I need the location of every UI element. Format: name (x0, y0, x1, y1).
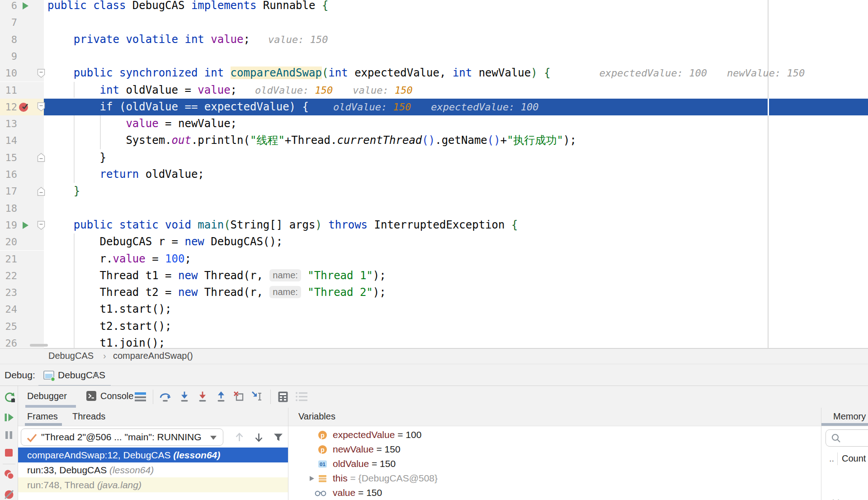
code-line-9[interactable]: 9 (0, 48, 868, 65)
thread-selector-dropdown[interactable]: "Thread 2"@506 ... "main": RUNNING (21, 429, 223, 446)
tab-threads[interactable]: Threads (72, 411, 105, 422)
memory-column-class[interactable]: .. (829, 453, 834, 464)
tab-console[interactable]: Console (100, 391, 133, 401)
breakpoint-icon[interactable] (18, 101, 30, 113)
frame-row[interactable]: compareAndSwap:12, DebugCAS (lesson64) (18, 448, 288, 462)
line-number[interactable]: 23 (0, 284, 17, 301)
code-text[interactable]: return oldValue; (47, 166, 204, 183)
code-text[interactable]: public synchronized int compareAndSwap(i… (47, 65, 805, 81)
line-number[interactable]: 19 (0, 217, 17, 233)
code-text[interactable]: Thread t1 = new Thread(r, name: "Thread … (47, 267, 386, 284)
code-text[interactable]: if (oldValue == expectedValue) {oldValue… (47, 99, 539, 115)
code-text[interactable]: System.out.println("线程"+Thread.currentTh… (47, 132, 576, 149)
code-text[interactable]: Thread t2 = new Thread(r, name: "Thread … (47, 284, 386, 301)
line-number[interactable]: 8 (0, 31, 17, 48)
tab-frames[interactable]: Frames (27, 411, 58, 422)
memory-search-input[interactable] (826, 429, 868, 447)
trace-stream-icon[interactable] (295, 390, 309, 403)
debug-session-tab[interactable]: DebugCAS (38, 364, 99, 386)
line-number[interactable]: 10 (0, 65, 17, 81)
line-number[interactable]: 12 (0, 99, 17, 115)
code-line-19[interactable]: 19 public static void main(String[] args… (0, 217, 868, 233)
previous-frame-icon[interactable] (234, 432, 245, 443)
variable-row[interactable]: this = {DebugCAS@508} (288, 471, 821, 486)
drop-frame-icon[interactable] (233, 390, 245, 403)
step-into-icon[interactable] (178, 390, 191, 403)
breadcrumb-class[interactable]: DebugCAS (48, 351, 94, 361)
fold-marker-icon[interactable] (37, 220, 45, 230)
code-line-16[interactable]: 16 return oldValue; (0, 166, 868, 183)
line-number[interactable]: 24 (0, 301, 17, 318)
code-text[interactable]: public class DebugCAS implements Runnabl… (47, 0, 328, 14)
code-line-26[interactable]: 26 t1.join(); (0, 335, 868, 348)
resume-program-icon[interactable] (4, 412, 14, 423)
code-text[interactable]: t1.start(); (47, 301, 172, 318)
code-line-10[interactable]: 10 public synchronized int compareAndSwa… (0, 65, 868, 81)
variable-row[interactable]: 01oldValue = 150 (288, 457, 821, 471)
line-number[interactable]: 20 (0, 233, 17, 250)
variable-row[interactable]: pexpectedValue = 100 (288, 428, 821, 442)
code-line-7[interactable]: 7 (0, 14, 868, 31)
close-icon[interactable]: × (93, 368, 99, 381)
frame-row[interactable]: run:748, Thread (java.lang) (18, 477, 288, 492)
fold-end-marker-icon[interactable] (37, 186, 45, 196)
rerun-debug-icon[interactable] (4, 391, 16, 403)
code-line-12[interactable]: 12 if (oldValue == expectedValue) {oldVa… (0, 99, 868, 115)
fold-marker-icon[interactable] (37, 68, 45, 78)
code-line-14[interactable]: 14 System.out.println("线程"+Thread.curren… (0, 132, 868, 149)
code-line-21[interactable]: 21 r.value = 100; (0, 251, 868, 267)
frames-variables-divider[interactable] (288, 408, 288, 500)
code-text[interactable]: r.value = 100; (47, 251, 191, 267)
line-number[interactable]: 14 (0, 132, 17, 149)
breadcrumb-method[interactable]: compareAndSwap() (113, 351, 193, 361)
frame-row[interactable]: run:33, DebugCAS (lesson64) (18, 462, 288, 477)
code-line-13[interactable]: 13 value = newValue; (0, 115, 868, 132)
code-text[interactable]: t2.start(); (47, 318, 172, 335)
code-line-18[interactable]: 18 (0, 200, 868, 217)
code-text[interactable]: } (47, 149, 106, 166)
code-line-6[interactable]: 6public class DebugCAS implements Runnab… (0, 0, 868, 14)
code-line-8[interactable]: 8 private volatile int value;value: 150 (0, 31, 868, 48)
code-text[interactable]: public static void main(String[] args) t… (47, 217, 518, 233)
step-over-icon[interactable] (159, 390, 172, 403)
step-out-icon[interactable] (215, 390, 227, 403)
view-breakpoints-icon[interactable] (4, 469, 15, 481)
code-text[interactable]: private volatile int value;value: 150 (47, 31, 328, 48)
line-number[interactable]: 17 (0, 183, 17, 200)
line-number[interactable]: 13 (0, 115, 17, 132)
line-number[interactable]: 18 (0, 200, 17, 217)
line-number[interactable]: 6 (0, 0, 17, 14)
fold-end-marker-icon[interactable] (37, 153, 45, 162)
line-number[interactable]: 26 (0, 335, 17, 348)
memory-header[interactable]: Memory (833, 411, 866, 422)
code-line-24[interactable]: 24 t1.start(); (0, 301, 868, 318)
variables-memory-divider[interactable] (821, 408, 821, 500)
code-editor[interactable]: 6public class DebugCAS implements Runnab… (0, 0, 868, 348)
code-line-20[interactable]: 20 DebugCAS r = new DebugCAS(); (0, 233, 868, 250)
variable-row[interactable]: pnewValue = 150 (288, 442, 821, 457)
code-text[interactable]: DebugCAS r = new DebugCAS(); (47, 233, 283, 250)
code-line-11[interactable]: 11 int oldValue = value;oldValue: 150val… (0, 82, 868, 99)
code-text[interactable]: value = newValue; (47, 115, 237, 132)
next-frame-icon[interactable] (254, 432, 264, 443)
code-line-22[interactable]: 22 Thread t1 = new Thread(r, name: "Thre… (0, 267, 868, 284)
line-number[interactable]: 9 (0, 48, 17, 65)
line-number[interactable]: 22 (0, 267, 17, 284)
code-text[interactable]: int oldValue = value;oldValue: 150value:… (47, 82, 413, 99)
line-number[interactable]: 21 (0, 251, 17, 267)
mute-breakpoints-icon[interactable] (4, 489, 15, 500)
code-text[interactable]: } (47, 183, 80, 200)
force-step-into-icon[interactable] (196, 390, 209, 403)
line-number[interactable]: 7 (0, 14, 17, 31)
fold-marker-icon[interactable] (37, 102, 45, 112)
layout-options-icon-icon[interactable] (134, 390, 147, 403)
code-line-15[interactable]: 15 } (0, 149, 868, 166)
code-line-23[interactable]: 23 Thread t2 = new Thread(r, name: "Thre… (0, 284, 868, 301)
variable-row[interactable]: value = 150 (288, 486, 821, 500)
run-icon[interactable] (21, 1, 30, 10)
line-number[interactable]: 25 (0, 318, 17, 335)
filter-frames-icon[interactable] (273, 432, 284, 443)
horizontal-scrollbar[interactable] (30, 344, 48, 347)
tab-debugger[interactable]: Debugger (27, 391, 67, 401)
memory-column-divider[interactable] (837, 452, 838, 465)
